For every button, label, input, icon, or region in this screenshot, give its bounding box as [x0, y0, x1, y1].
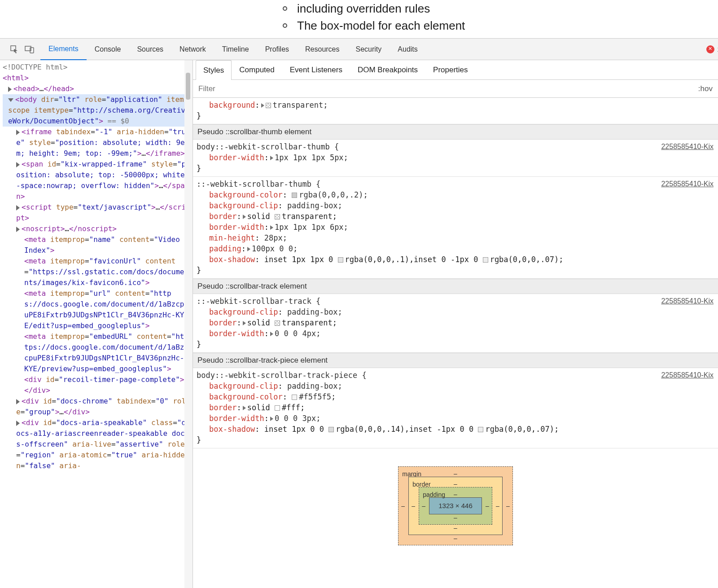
expand-icon[interactable]: [247, 247, 250, 251]
color-swatch-icon[interactable]: [292, 193, 297, 198]
color-swatch-icon[interactable]: [275, 320, 280, 326]
rule-origin-link[interactable]: 2258585410-Kix: [661, 370, 714, 381]
styles-filter-input[interactable]: [198, 84, 698, 93]
dom-docs-chrome[interactable]: <div id="docs-chrome" tabindex="0" role=…: [3, 396, 193, 417]
css-prop-name[interactable]: background-color: [209, 190, 283, 199]
rule-origin-link[interactable]: 2258585410-Kix: [661, 296, 714, 307]
css-prop-name[interactable]: border: [209, 403, 236, 412]
tab-audits[interactable]: Audits: [390, 39, 425, 60]
expand-icon[interactable]: [270, 417, 273, 421]
css-prop-value[interactable]: 0 0 0 3px;: [275, 414, 320, 423]
dom-html-open[interactable]: <html>: [3, 73, 193, 83]
dom-body-selected[interactable]: <body dir="ltr" role="application" items…: [3, 94, 193, 127]
css-prop-name[interactable]: background: [209, 101, 255, 110]
expand-icon[interactable]: [16, 205, 20, 211]
collapse-icon[interactable]: [8, 98, 13, 102]
dom-scrollbar[interactable]: [184, 60, 193, 588]
expand-icon[interactable]: [16, 130, 20, 135]
css-rule-thumb-body[interactable]: 2258585410-Kix body::-webkit-scrollbar-t…: [193, 140, 718, 177]
dom-meta-embed[interactable]: <meta itemprop="embedURL" content="https…: [3, 331, 193, 374]
css-prop-value[interactable]: padding-box;: [287, 382, 342, 391]
hov-toggle[interactable]: :hov: [698, 84, 713, 93]
tab-timeline[interactable]: Timeline: [214, 39, 257, 60]
expand-icon[interactable]: [16, 162, 20, 167]
expand-icon[interactable]: [270, 156, 273, 160]
css-rule-partial[interactable]: background:transparent; }: [193, 98, 718, 124]
styles-tab-listeners[interactable]: Event Listeners: [282, 60, 350, 79]
css-prop-name[interactable]: box-shadow: [209, 425, 255, 434]
css-selector[interactable]: body::-webkit-scrollbar-thumb {: [197, 141, 714, 152]
css-selector[interactable]: body::-webkit-scrollbar-track-piece {: [197, 370, 714, 381]
css-prop-name[interactable]: min-height: [209, 233, 255, 242]
styles-tab-styles[interactable]: Styles: [196, 60, 232, 80]
color-swatch-icon[interactable]: [275, 405, 280, 411]
rule-origin-link[interactable]: 2258585410-Kix: [661, 141, 714, 152]
tab-sources[interactable]: Sources: [129, 39, 171, 60]
css-prop-name[interactable]: box-shadow: [209, 255, 255, 264]
dom-noscript[interactable]: <noscript>…</noscript>: [3, 224, 193, 234]
css-prop-value[interactable]: 28px;: [264, 233, 287, 242]
dom-tree[interactable]: <!DOCTYPE html> <html> <head>…</head> <b…: [0, 60, 193, 588]
color-swatch-icon[interactable]: [275, 214, 280, 219]
color-swatch-icon[interactable]: [483, 257, 488, 263]
css-prop-value[interactable]: rgba(0,0,0,.2);: [299, 190, 368, 199]
rule-origin-link[interactable]: 2258585410-Kix: [661, 179, 714, 189]
expand-icon[interactable]: [270, 225, 273, 230]
expand-icon[interactable]: [16, 227, 20, 232]
dom-meta-name[interactable]: <meta itemprop="name" content="Video Ind…: [3, 234, 193, 256]
css-prop-value[interactable]: 1px 1px 1px 6px;: [275, 223, 348, 232]
css-prop-name[interactable]: border: [209, 318, 236, 327]
css-prop-name[interactable]: background-clip: [209, 307, 278, 316]
css-prop-name[interactable]: background-clip: [209, 382, 278, 391]
dom-iframe[interactable]: <iframe tabindex="-1" aria-hidden="true"…: [3, 127, 193, 159]
tab-elements[interactable]: Elements: [40, 39, 87, 60]
css-prop-value[interactable]: 0 0 0 4px;: [275, 329, 320, 338]
css-prop-name[interactable]: border: [209, 212, 236, 221]
styles-tab-properties[interactable]: Properties: [425, 60, 475, 79]
styles-tab-dom-breakpoints[interactable]: DOM Breakpoints: [350, 60, 425, 79]
expand-icon[interactable]: [243, 215, 246, 219]
css-prop-name[interactable]: border-width: [209, 414, 264, 423]
inspect-element-icon[interactable]: [8, 43, 21, 56]
expand-icon[interactable]: [16, 421, 20, 426]
device-toggle-icon[interactable]: [23, 43, 36, 56]
css-prop-name[interactable]: background-clip: [209, 201, 278, 210]
error-badge-icon[interactable]: [706, 45, 714, 53]
dom-recoil[interactable]: <div id="recoil-timer-page-complete"></d…: [3, 374, 193, 396]
dom-head[interactable]: <head>…</head>: [3, 83, 193, 94]
dom-span[interactable]: <span id="kix-wrapped-iframe" style="pos…: [3, 159, 193, 202]
styles-body[interactable]: background:transparent; } Pseudo ::scrol…: [193, 98, 718, 588]
css-prop-value[interactable]: 1px 1px 1px 5px;: [275, 153, 348, 162]
styles-tab-computed[interactable]: Computed: [232, 60, 282, 79]
expand-icon[interactable]: [16, 399, 20, 404]
tab-security[interactable]: Security: [348, 39, 390, 60]
css-prop-value[interactable]: padding-box;: [287, 201, 342, 210]
css-prop-name[interactable]: border-width: [209, 153, 264, 162]
css-prop-name[interactable]: background-color: [209, 392, 283, 401]
css-prop-value[interactable]: 100px 0 0;: [252, 244, 298, 253]
tab-console[interactable]: Console: [87, 39, 129, 60]
expand-icon[interactable]: [261, 103, 264, 108]
css-rule-track[interactable]: 2258585410-Kix ::-webkit-scrollbar-track…: [193, 294, 718, 353]
expand-icon[interactable]: [8, 87, 12, 92]
css-prop-name[interactable]: padding: [209, 244, 241, 253]
css-rule-thumb[interactable]: 2258585410-Kix ::-webkit-scrollbar-thumb…: [193, 177, 718, 279]
expand-icon[interactable]: [243, 406, 246, 410]
css-prop-value[interactable]: #f5f5f5;: [299, 392, 336, 401]
dom-doctype[interactable]: <!DOCTYPE html>: [3, 62, 193, 73]
scrollbar-thumb[interactable]: [186, 73, 190, 100]
css-selector[interactable]: ::-webkit-scrollbar-thumb {: [197, 179, 714, 189]
css-selector[interactable]: ::-webkit-scrollbar-track {: [197, 296, 714, 307]
css-rule-track-piece[interactable]: 2258585410-Kix body::-webkit-scrollbar-t…: [193, 368, 718, 448]
tab-network[interactable]: Network: [171, 39, 214, 60]
tab-profiles[interactable]: Profiles: [257, 39, 297, 60]
color-swatch-icon[interactable]: [292, 395, 297, 400]
color-swatch-icon[interactable]: [338, 257, 343, 263]
dom-meta-favicon[interactable]: <meta itemprop="faviconUrl" content="htt…: [3, 256, 193, 288]
color-swatch-icon[interactable]: [328, 427, 334, 432]
color-swatch-icon[interactable]: [266, 103, 271, 108]
dom-meta-url[interactable]: <meta itemprop="url" content="https://do…: [3, 288, 193, 331]
css-prop-name[interactable]: border-width: [209, 223, 264, 232]
dom-aria-speakable[interactable]: <div id="docs-aria-speakable" class="doc…: [3, 417, 193, 471]
color-swatch-icon[interactable]: [478, 427, 483, 432]
